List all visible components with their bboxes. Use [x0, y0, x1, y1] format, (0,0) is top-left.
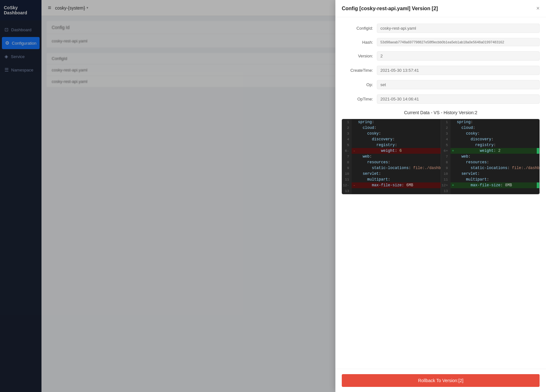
diff-container: 1spring:2 cloud:3 cosky:4 discovery:5 re…: [342, 119, 540, 194]
config-id-field: ConfigId: cosky-rest-api.yaml: [342, 24, 540, 33]
config-id-label: ConfigId:: [342, 26, 377, 31]
config-version-modal: Config [cosky-rest-api.yaml] Version [2]…: [335, 0, 546, 392]
create-time-value: 2021-05-30 13:57:41: [377, 66, 540, 75]
hash-label: Hash:: [342, 40, 377, 45]
diff-right-pane: 1spring:2 cloud:3 cosky:4 discovery:5 re…: [441, 119, 540, 194]
modal-body: ConfigId: cosky-rest-api.yaml Hash: 53d9…: [335, 17, 546, 369]
op-value: set: [377, 80, 540, 89]
diff-title: Current Data - VS - History Version:2: [342, 110, 540, 115]
version-field: Version: 2: [342, 51, 540, 61]
op-time-value: 2021-05-30 14:06:41: [377, 94, 540, 104]
create-time-field: CreateTime: 2021-05-30 13:57:41: [342, 66, 540, 75]
modal-overlay: Config [cosky-rest-api.yaml] Version [2]…: [0, 0, 546, 392]
create-time-label: CreateTime:: [342, 68, 377, 73]
rollback-button[interactable]: Rollback To Version:[2]: [342, 374, 540, 387]
diff-section: Current Data - VS - History Version:2 1s…: [342, 110, 540, 194]
modal-title: Config [cosky-rest-api.yaml] Version [2]: [342, 6, 438, 11]
op-time-label: OpTime:: [342, 97, 377, 101]
op-field: Op: set: [342, 80, 540, 89]
modal-footer: Rollback To Version:[2]: [335, 369, 546, 392]
op-label: Op:: [342, 82, 377, 87]
diff-left-pane: 1spring:2 cloud:3 cosky:4 discovery:5 re…: [342, 119, 441, 194]
hash-field: Hash: 53d98aeab7748a697798827e58f9ecbb0b…: [342, 38, 540, 46]
modal-header: Config [cosky-rest-api.yaml] Version [2]…: [335, 0, 546, 17]
op-time-field: OpTime: 2021-05-30 14:06:41: [342, 94, 540, 104]
config-id-value: cosky-rest-api.yaml: [377, 24, 540, 33]
version-value: 2: [377, 51, 540, 61]
hash-value: 53d98aeab7748a697798827e58f9ecbb0b1ea5eb…: [377, 38, 540, 46]
version-label: Version:: [342, 54, 377, 58]
close-button[interactable]: ×: [536, 5, 540, 12]
